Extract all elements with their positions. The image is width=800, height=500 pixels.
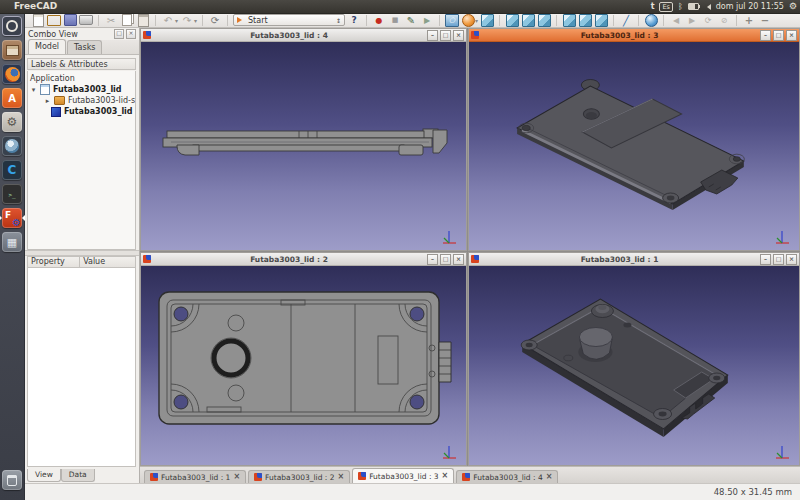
macro-stop-icon[interactable]: ■ bbox=[388, 14, 402, 27]
measure-distance-icon[interactable]: ╱ bbox=[619, 14, 633, 27]
tree-item-source[interactable]: ▸ Futaba3003-lid-src bbox=[30, 95, 135, 106]
viewport-3d-2[interactable] bbox=[141, 266, 466, 465]
cut-icon[interactable]: ✂ bbox=[104, 14, 118, 27]
close-button[interactable]: × bbox=[453, 254, 464, 265]
print-icon[interactable] bbox=[79, 14, 93, 27]
workbench-selector[interactable]: Start ↕ bbox=[233, 14, 345, 26]
minimize-button[interactable]: – bbox=[427, 254, 438, 265]
minimize-button[interactable]: – bbox=[760, 254, 771, 265]
macro-play-icon[interactable]: ▶ bbox=[420, 14, 434, 27]
tree-item-document[interactable]: ▾ Futaba3003_lid bbox=[30, 84, 135, 95]
session-menu-icon[interactable]: ⚙ bbox=[789, 1, 797, 12]
macro-record-icon[interactable]: ● bbox=[372, 14, 386, 27]
expander-closed-icon[interactable]: ▸ bbox=[44, 97, 51, 105]
launcher-system-settings[interactable]: ⚙ bbox=[2, 112, 22, 132]
volume-icon[interactable] bbox=[704, 4, 711, 10]
copy-icon[interactable] bbox=[120, 14, 134, 27]
tab-model[interactable]: Model bbox=[28, 39, 66, 54]
launcher-trash[interactable] bbox=[2, 470, 22, 490]
right-view-icon[interactable] bbox=[562, 14, 576, 27]
fit-selection-icon[interactable] bbox=[480, 14, 494, 27]
tree-item-application[interactable]: Application bbox=[30, 73, 135, 84]
macro-edit-icon[interactable]: ✎ bbox=[404, 14, 418, 27]
launcher-dash-home[interactable] bbox=[2, 16, 22, 36]
keyboard-layout-indicator[interactable]: Es bbox=[659, 2, 673, 12]
tab-close-icon[interactable]: × bbox=[546, 473, 553, 481]
front-view-icon[interactable] bbox=[521, 14, 535, 27]
dock-float-button[interactable]: □ bbox=[114, 29, 124, 39]
maximize-button[interactable]: □ bbox=[773, 254, 784, 265]
navigation-sphere-icon[interactable] bbox=[644, 14, 658, 27]
viewport-3d-4[interactable] bbox=[141, 42, 466, 250]
tab-close-icon[interactable]: × bbox=[442, 472, 449, 480]
rear-view-icon[interactable] bbox=[578, 14, 592, 27]
expander-open-icon[interactable]: ▾ bbox=[30, 86, 37, 94]
battery-icon[interactable] bbox=[688, 3, 699, 10]
redo-dropdown-icon[interactable]: ▾ bbox=[194, 17, 197, 24]
next-view-icon[interactable]: ▶ bbox=[685, 14, 699, 27]
tree-item-body[interactable]: Futaba3003_lid bbox=[30, 106, 135, 117]
model-tree: Application ▾ Futaba3003_lid ▸ Futaba300… bbox=[27, 71, 136, 250]
draw-style-icon[interactable] bbox=[461, 14, 475, 27]
mdi-tab-2[interactable]: Futaba3003_lid : 2 × bbox=[248, 470, 350, 483]
tab-data[interactable]: Data bbox=[61, 469, 95, 482]
axonometric-view-icon[interactable] bbox=[505, 14, 519, 27]
tab-tasks[interactable]: Tasks bbox=[67, 40, 102, 54]
tab-close-icon[interactable]: × bbox=[337, 473, 344, 481]
previous-view-icon[interactable]: ◀ bbox=[669, 14, 683, 27]
tab-close-icon[interactable]: × bbox=[233, 473, 240, 481]
whats-this-icon[interactable]: ? bbox=[347, 14, 361, 27]
launcher-file-manager[interactable] bbox=[2, 40, 22, 60]
viewport-3d-1[interactable] bbox=[469, 266, 799, 465]
launcher-c-application[interactable]: C bbox=[2, 160, 22, 180]
launcher-terminal[interactable]: >_ bbox=[2, 184, 22, 204]
undo-dropdown-icon[interactable]: ▾ bbox=[175, 17, 178, 24]
refresh-icon[interactable]: ⟳ bbox=[208, 14, 222, 27]
close-button[interactable]: × bbox=[786, 254, 797, 265]
mdi-tab-1[interactable]: Futaba3003_lid : 1 × bbox=[144, 470, 246, 483]
titlebar-window-4[interactable]: Futaba3003_lid : 4 – □ × bbox=[141, 29, 466, 42]
sync-view-icon[interactable]: ⟳ bbox=[701, 14, 715, 27]
launcher-software-center[interactable]: A bbox=[2, 88, 22, 108]
new-document-icon[interactable] bbox=[31, 14, 45, 27]
input-method-icon[interactable]: t bbox=[651, 1, 655, 12]
launcher-firefox[interactable] bbox=[2, 64, 22, 84]
draw-style-dropdown-icon[interactable]: ▾ bbox=[475, 17, 478, 24]
titlebar-window-1[interactable]: Futaba3003_lid : 1 – □ × bbox=[469, 253, 799, 266]
minimize-button[interactable]: – bbox=[427, 30, 438, 41]
column-value[interactable]: Value bbox=[80, 257, 105, 267]
titlebar-window-2[interactable]: Futaba3003_lid : 2 – □ × bbox=[141, 253, 466, 266]
redo-icon[interactable]: ↷ bbox=[180, 14, 194, 27]
viewport-3d-3[interactable] bbox=[469, 42, 799, 250]
titlebar-window-3[interactable]: Futaba3003_lid : 3 – □ × bbox=[469, 29, 799, 42]
property-table-body[interactable] bbox=[27, 268, 136, 467]
clock[interactable]: dom jul 20 11:55 bbox=[716, 2, 784, 11]
maximize-button[interactable]: □ bbox=[773, 30, 784, 41]
launcher-freecad[interactable]: F ⚙ bbox=[2, 208, 22, 228]
bluetooth-icon[interactable]: ᛒ bbox=[678, 2, 683, 12]
save-document-icon[interactable] bbox=[63, 14, 77, 27]
stop-navigation-icon[interactable]: ⊘ bbox=[717, 14, 731, 27]
zoom-out-icon[interactable]: − bbox=[758, 14, 772, 27]
launcher-chromium[interactable] bbox=[2, 136, 22, 156]
close-button[interactable]: × bbox=[453, 30, 464, 41]
dock-close-button[interactable]: × bbox=[126, 29, 136, 39]
zoom-in-icon[interactable]: + bbox=[742, 14, 756, 27]
top-view-icon[interactable] bbox=[537, 14, 551, 27]
tree-header[interactable]: Labels & Attributes bbox=[27, 58, 136, 70]
mdi-tab-4[interactable]: Futaba3003_lid : 4 × bbox=[456, 470, 558, 483]
minimize-button[interactable]: – bbox=[760, 30, 771, 41]
fit-all-icon[interactable]: ○ bbox=[445, 14, 459, 27]
maximize-button[interactable]: □ bbox=[440, 254, 451, 265]
maximize-button[interactable]: □ bbox=[440, 30, 451, 41]
column-property[interactable]: Property bbox=[28, 257, 80, 267]
dimensions-readout: 48.50 x 31.45 mm bbox=[714, 487, 792, 497]
open-document-icon[interactable] bbox=[47, 14, 61, 27]
undo-icon[interactable]: ↶ bbox=[161, 14, 175, 27]
mdi-tab-3[interactable]: Futaba3003_lid : 3 × bbox=[352, 468, 454, 483]
close-button[interactable]: × bbox=[786, 30, 797, 41]
launcher-workspace-switcher[interactable]: ▦ bbox=[2, 232, 22, 252]
bottom-view-icon[interactable] bbox=[594, 14, 608, 27]
tab-view[interactable]: View bbox=[27, 469, 61, 482]
paste-icon[interactable] bbox=[136, 14, 150, 27]
